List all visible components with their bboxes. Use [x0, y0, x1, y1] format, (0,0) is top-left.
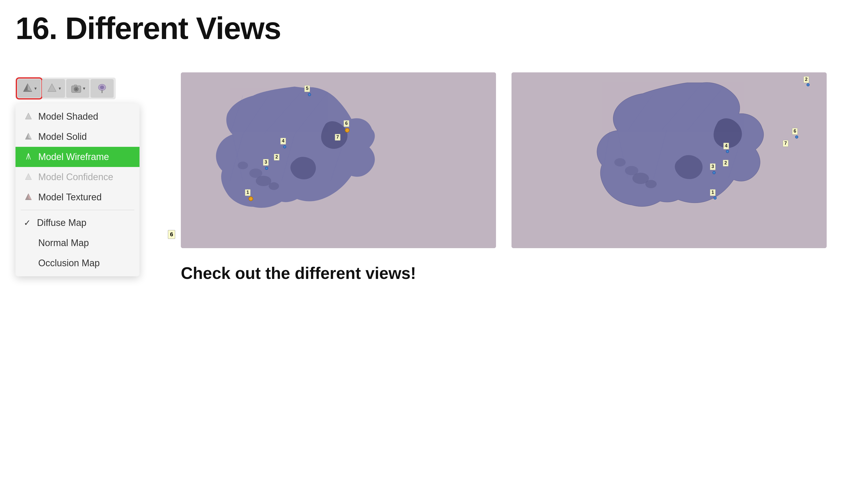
wireframe-menu-icon [24, 152, 33, 162]
marker-6-label: 6 [344, 120, 349, 127]
solid-view-button[interactable]: ▾ [42, 79, 65, 98]
marker-6-badge-toolbar: 6 [168, 230, 175, 239]
menu-item-model-textured[interactable]: Model Textured [16, 187, 140, 207]
svg-point-36 [645, 180, 657, 188]
svg-line-15 [26, 153, 28, 160]
svg-point-38 [614, 158, 626, 167]
svg-marker-3 [48, 84, 56, 91]
model-view-icon [22, 83, 33, 94]
caption: Check out the different views! [181, 264, 416, 283]
svg-point-10 [100, 86, 104, 89]
page-title: 16. Different Views [16, 10, 281, 46]
marker-7-r-label: 7 [783, 140, 788, 147]
marker-3-dot [265, 167, 268, 170]
svg-point-25 [238, 162, 248, 169]
marker-1-r-dot [714, 197, 717, 200]
solid-menu-icon [24, 132, 33, 141]
svg-rect-7 [74, 85, 77, 86]
marker-6-r-dot [795, 136, 798, 139]
svg-line-16 [28, 153, 30, 160]
menu-item-model-wireframe[interactable]: Model Wireframe [16, 147, 140, 167]
textured-menu-icon [24, 193, 33, 202]
svg-point-24 [249, 169, 262, 178]
marker-4-r-label: 4 [723, 143, 729, 149]
svg-point-37 [625, 166, 638, 175]
marker-5-label: 5 [304, 85, 310, 92]
menu-item-model-shaded[interactable]: Model Shaded [16, 107, 140, 127]
toolbar-panel: ▾ ▾ ▾ [16, 78, 181, 99]
menu-item-diffuse-map[interactable]: ✓ Diffuse Map [16, 213, 140, 233]
marker-2-label: 2 [274, 154, 280, 161]
menu-item-model-solid[interactable]: Model Solid [16, 127, 140, 147]
menu-item-occlusion-map[interactable]: Occlusion Map [16, 253, 140, 273]
marker-4-label: 4 [280, 138, 286, 144]
marker-1-r-label: 1 [710, 189, 716, 196]
marker-3-r-dot [712, 171, 716, 174]
shaded-icon [24, 112, 33, 121]
bone-model-1-svg [181, 73, 496, 248]
marker-2-r-label: 2 [723, 160, 728, 167]
paint-button[interactable] [90, 79, 114, 98]
marker-2-top-dot [807, 83, 810, 86]
marker-3-r-label: 3 [710, 163, 716, 170]
solid-icon [46, 83, 58, 94]
camera-icon [70, 83, 82, 94]
svg-rect-11 [101, 90, 102, 93]
marker-5-dot [308, 93, 311, 96]
paint-icon [96, 83, 108, 94]
toolbar-buttons: ▾ ▾ ▾ [16, 78, 116, 99]
marker-1-label: 1 [245, 189, 251, 196]
camera-button[interactable]: ▾ [66, 79, 89, 98]
model-viewport-1: 5 6 7 4 2 3 1 [181, 73, 496, 248]
model-view-button[interactable]: ▾ [18, 79, 41, 98]
view-dropdown-menu: Model Shaded Model Solid Model Wirefr [16, 104, 140, 276]
menu-divider [21, 210, 134, 210]
svg-marker-18 [25, 173, 32, 180]
marker-4-r-dot [726, 150, 729, 153]
marker-2-top-label: 2 [803, 76, 809, 83]
marker-4-dot [283, 145, 286, 148]
svg-marker-12 [25, 113, 32, 119]
svg-point-23 [269, 182, 279, 190]
marker-6-r-label: 6 [792, 128, 798, 135]
bone-model-2-svg [512, 73, 827, 248]
svg-point-6 [75, 88, 77, 90]
menu-item-normal-map[interactable]: Normal Map [16, 233, 140, 253]
marker-1-dot [249, 197, 253, 201]
model-viewport-2: 2 6 7 4 2 3 1 [512, 73, 827, 248]
checkmark-icon: ✓ [24, 218, 31, 228]
marker-6-dot [345, 128, 349, 133]
marker-3-label: 3 [263, 159, 269, 166]
menu-item-model-confidence[interactable]: Model Confidence [16, 167, 140, 187]
models-area: 5 6 7 4 2 3 1 [181, 73, 827, 248]
svg-point-8 [79, 87, 80, 88]
marker-7-label: 7 [335, 134, 340, 141]
confidence-menu-icon [24, 172, 33, 182]
